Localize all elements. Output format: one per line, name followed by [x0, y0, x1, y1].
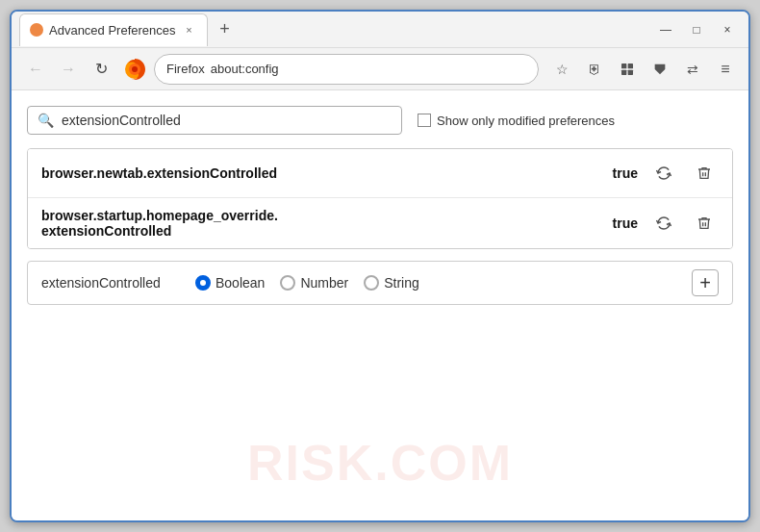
active-tab[interactable]: Advanced Preferences ×: [19, 13, 208, 46]
back-button[interactable]: ←: [21, 55, 50, 84]
pref-value: true: [613, 215, 638, 231]
address-bar[interactable]: Firefox about:config: [154, 54, 539, 85]
maximize-button[interactable]: □: [683, 19, 710, 40]
watermark: RISK.COM: [247, 434, 513, 492]
new-tab-button[interactable]: +: [212, 16, 239, 43]
firefox-logo: [123, 58, 146, 81]
number-radio[interactable]: Number: [280, 275, 348, 291]
add-preference-button[interactable]: +: [692, 269, 719, 296]
extension-icon[interactable]: [614, 56, 641, 83]
pref-name: browser.newtab.extensionControlled: [41, 165, 601, 181]
pref-value: true: [613, 165, 638, 181]
reset-button[interactable]: [649, 159, 678, 188]
show-modified-label: Show only modified preferences: [437, 114, 615, 128]
menu-icon[interactable]: ≡: [712, 56, 739, 83]
svg-point-2: [132, 66, 138, 72]
nav-icons: ☆ ⛨ ⇄ ≡: [548, 56, 739, 83]
search-input[interactable]: [62, 113, 392, 128]
pocket-icon[interactable]: [646, 56, 673, 83]
string-radio[interactable]: String: [364, 275, 419, 291]
close-button[interactable]: ×: [714, 19, 741, 40]
refresh-button[interactable]: ↻: [87, 55, 115, 84]
table-row: browser.startup.homepage_override. exten…: [28, 198, 732, 248]
tab-title: Advanced Preferences: [49, 23, 176, 38]
search-row: 🔍 Show only modified preferences: [27, 106, 733, 135]
show-modified-row: Show only modified preferences: [418, 114, 615, 128]
content-area: RISK.COM 🔍 Show only modified preference…: [12, 90, 748, 520]
svg-rect-6: [628, 69, 633, 74]
pref-name: browser.startup.homepage_override. exten…: [41, 208, 601, 239]
browser-label: Firefox: [166, 62, 205, 76]
number-label: Number: [300, 275, 348, 291]
boolean-radio-circle: [195, 275, 211, 291]
svg-rect-3: [621, 63, 626, 68]
pref-name-line1: browser.startup.homepage_override.: [41, 208, 278, 223]
reset-button[interactable]: [649, 209, 678, 238]
svg-rect-4: [628, 63, 633, 68]
sync-icon[interactable]: ⇄: [679, 56, 706, 83]
search-icon: 🔍: [38, 113, 54, 128]
tab-close-button[interactable]: ×: [182, 22, 197, 38]
nav-bar: ← → ↻ Firefox about:config ☆ ⛨ ⇄ ≡: [12, 48, 748, 90]
table-row: browser.newtab.extensionControlled true: [28, 149, 732, 198]
string-label: String: [384, 275, 419, 291]
results-table: browser.newtab.extensionControlled true: [27, 148, 733, 249]
show-modified-checkbox[interactable]: [418, 114, 431, 127]
type-radio-group: Boolean Number String: [195, 275, 672, 291]
shield-icon[interactable]: ⛨: [581, 56, 608, 83]
search-box[interactable]: 🔍: [27, 106, 402, 135]
boolean-label: Boolean: [215, 275, 265, 291]
string-radio-circle: [364, 275, 379, 291]
pref-name-line2: extensionControlled: [41, 223, 171, 239]
new-pref-name: extensionControlled: [41, 275, 176, 291]
svg-rect-5: [621, 69, 626, 74]
window-controls: — □ ×: [652, 19, 741, 40]
minimize-button[interactable]: —: [652, 19, 679, 40]
title-bar: Advanced Preferences × + — □ ×: [12, 12, 748, 48]
forward-button[interactable]: →: [54, 55, 83, 84]
tab-favicon: [30, 23, 43, 37]
boolean-radio[interactable]: Boolean: [195, 275, 265, 291]
browser-window: Advanced Preferences × + — □ × ← → ↻ Fir…: [10, 10, 750, 522]
add-new-row: extensionControlled Boolean Number Strin…: [27, 261, 733, 305]
number-radio-circle: [280, 275, 295, 291]
delete-button[interactable]: [690, 209, 719, 238]
bookmark-icon[interactable]: ☆: [548, 56, 575, 83]
url-display: about:config: [211, 62, 526, 76]
delete-button[interactable]: [690, 159, 719, 188]
